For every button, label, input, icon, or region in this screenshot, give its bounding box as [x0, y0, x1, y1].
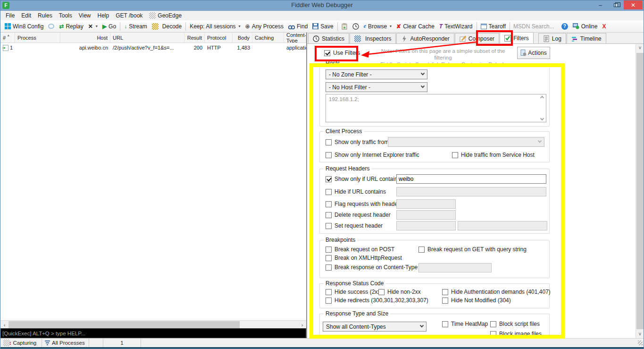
help-icon: ? [561, 23, 568, 30]
zone-filter-dropdown[interactable]: - No Zone Filter - [326, 69, 427, 79]
compose-icon [460, 35, 466, 42]
scrollbar-thumb[interactable] [636, 53, 644, 329]
host-filter-dropdown[interactable]: - No Host Filter - [326, 82, 427, 92]
menu-tools[interactable]: Tools [56, 11, 75, 20]
menu-get-book[interactable]: GET /book [112, 11, 146, 20]
content-types-dropdown[interactable]: Show all Content-Types [323, 322, 427, 332]
size-spinner[interactable]: 1▲▼ [382, 335, 414, 338]
session-list-panel: #▲ Process Host URL Result Protocol Body… [0, 33, 307, 338]
time-heatmap-checkbox[interactable]: Time HeatMap [442, 321, 488, 327]
checkbox-icon [324, 50, 330, 56]
msdn-search-input[interactable]: MSDN Search... [511, 22, 559, 31]
show-only-traffic-checkbox[interactable]: Show only traffic from [326, 139, 389, 145]
resize-grip[interactable] [638, 340, 643, 345]
all-processes-filter[interactable]: All Processes [42, 339, 89, 347]
close-button[interactable]: ✕ [624, 0, 643, 9]
capturing-indicator[interactable]: xCapturing [0, 339, 42, 347]
block-script-checkbox[interactable]: Block script files [490, 321, 540, 327]
textarea-scrollbar[interactable] [538, 95, 545, 121]
show-only-url-input[interactable] [396, 174, 546, 184]
decode-button[interactable]: Decode [150, 22, 184, 31]
play-icon: ▶ [102, 23, 107, 30]
break-content-type-input[interactable] [418, 263, 492, 272]
response-type-legend: Response Type and Size [324, 310, 390, 317]
menu-help[interactable]: Help [94, 11, 113, 20]
checkbox-icon [326, 247, 332, 253]
hide-url-input[interactable] [396, 187, 546, 196]
hide-url-checkbox[interactable]: Hide if URL contains [326, 188, 386, 195]
window-title: Fiddler Web Debugger [0, 1, 644, 9]
hide-service-host-checkbox[interactable]: Hide traffic from Service Host [452, 152, 535, 158]
actions-button[interactable]: Actions [517, 47, 550, 59]
tabstrip: Statistics Inspectors AutoResponder Comp… [307, 33, 644, 44]
replay-button[interactable]: ⇄Replay [57, 22, 85, 31]
clear-cache-button[interactable]: ✘Clear Cache [394, 22, 437, 31]
scroll-up-icon[interactable]: ˅ [636, 44, 644, 52]
keep-sessions-dropdown[interactable]: Keep: All sessions▾ [187, 22, 243, 31]
tab-statistics[interactable]: Statistics [308, 33, 349, 43]
traffic-process-dropdown[interactable] [388, 137, 544, 147]
horizontal-scrollbar[interactable]: ‹ › [0, 320, 306, 328]
minimize-button[interactable]: – [593, 0, 608, 9]
hide-redirects-checkbox[interactable]: Hide redirects (300,301,302,303,307) [326, 297, 428, 304]
break-post-checkbox[interactable]: Break request on POST [326, 246, 394, 253]
flag-header-input[interactable] [396, 199, 456, 209]
tab-log[interactable]: Log [538, 33, 566, 43]
tab-inspectors[interactable]: Inspectors [350, 33, 396, 43]
menu-file[interactable]: File [2, 11, 18, 20]
scroll-down-icon[interactable]: ˅ [636, 330, 644, 338]
hide-notmodified-checkbox[interactable]: Hide Not Modified (304) [442, 297, 511, 304]
tab-timeline[interactable]: Timeline [567, 33, 606, 43]
save-button[interactable]: Save [310, 22, 335, 31]
textwizard-button[interactable]: TTextWizard [437, 22, 475, 31]
restore-button[interactable] [608, 0, 624, 9]
break-content-type-checkbox[interactable]: Break response on Content-Type [326, 264, 418, 271]
show-ie-traffic-checkbox[interactable]: Show only Internet Explorer traffic [326, 152, 419, 158]
clipboard-button[interactable]: + [339, 22, 350, 31]
break-xhr-checkbox[interactable]: Break on XMLHttpRequest [326, 255, 402, 261]
break-get-checkbox[interactable]: Break request on GET with query string [418, 246, 527, 253]
block-image-checkbox[interactable]: Block image files [490, 331, 542, 337]
history-button[interactable] [350, 22, 361, 31]
go-button[interactable]: ▶Go [100, 22, 118, 31]
win8-config-button[interactable]: Win8 Config [2, 22, 46, 31]
toolbar-close-button[interactable]: X [600, 22, 608, 31]
help-button[interactable]: ? [559, 22, 570, 31]
hide-non2xx-checkbox[interactable]: Hide non-2xx [378, 289, 421, 295]
remove-button[interactable]: ✕▾ [86, 22, 100, 31]
scrollbar-thumb[interactable] [8, 321, 240, 328]
menu-edit[interactable]: Edit [18, 11, 34, 20]
tearoff-button[interactable]: Tearoff [478, 22, 508, 31]
delete-header-checkbox[interactable]: Delete request header [326, 212, 391, 218]
hide-auth-checkbox[interactable]: Hide Authentication demands (401,407) [442, 289, 551, 295]
flag-header-checkbox[interactable]: Flag requests with header [326, 201, 400, 207]
session-list-header[interactable]: #▲ Process Host URL Result Protocol Body… [0, 33, 306, 43]
find-button[interactable]: Find [286, 22, 310, 31]
tab-autoresponder[interactable]: AutoResponder [396, 33, 454, 43]
binoculars-icon [288, 24, 295, 29]
set-header-name-input[interactable] [396, 221, 456, 230]
browse-button[interactable]: eBrowse▾ [361, 22, 394, 31]
stream-button[interactable]: ↓Stream [122, 22, 150, 31]
tab-composer[interactable]: Composer [455, 33, 499, 43]
scroll-right-icon[interactable]: › [298, 321, 306, 329]
menu-view[interactable]: View [75, 11, 94, 20]
menu-rules[interactable]: Rules [34, 11, 56, 20]
set-header-checkbox[interactable]: Set request header [326, 222, 383, 229]
session-count: 1 [103, 339, 141, 347]
comment-button[interactable] [46, 23, 57, 30]
use-filters-checkbox[interactable]: Use Filters [324, 50, 360, 56]
hosts-textarea[interactable]: 192.168.1.2; [326, 94, 546, 122]
any-process-button[interactable]: ⊕Any Process [243, 22, 286, 31]
show-only-url-checkbox[interactable]: Show only if URL contains [326, 176, 401, 182]
tab-filters[interactable]: Filters [500, 32, 534, 43]
set-header-value-input[interactable] [458, 221, 547, 230]
session-row[interactable]: 1 api.weibo.cn /2/push/active?v_f=1&s=..… [0, 43, 306, 52]
online-button[interactable]: Online [570, 22, 600, 31]
scroll-left-icon[interactable]: ‹ [0, 321, 8, 329]
vertical-scrollbar[interactable]: ˅ ˅ [636, 44, 644, 338]
hide-success-checkbox[interactable]: Hide success (2xx) [326, 289, 382, 295]
quickexec-input[interactable]: [QuickExec] ALT+Q > type HELP... [0, 328, 306, 338]
menu-geoedge[interactable]: GeoEdge [146, 11, 185, 20]
delete-header-input[interactable] [396, 210, 456, 220]
